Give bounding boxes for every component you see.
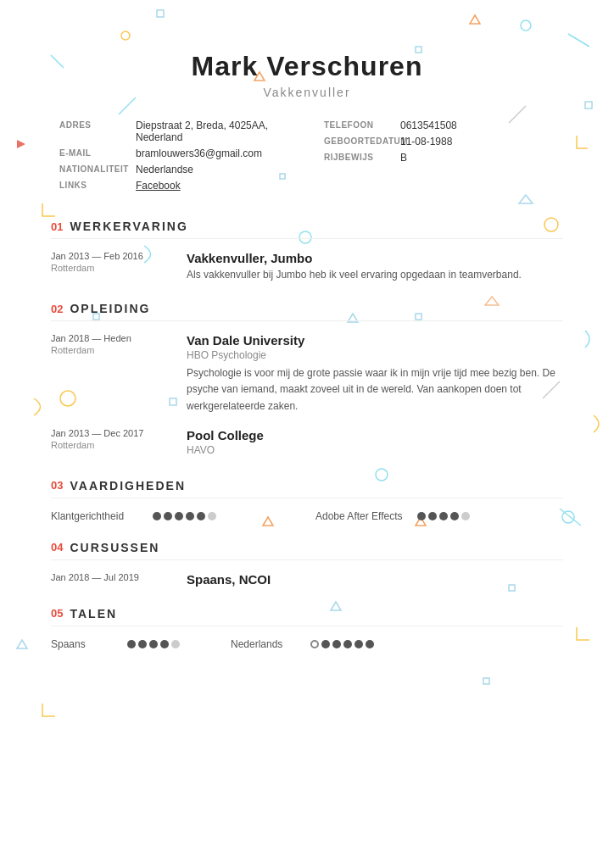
entry-title-spaans: Spaans, NCOI bbox=[187, 572, 563, 587]
contact-adres: ADRES Diepstraat 2, Breda, 4025AA, Neder… bbox=[59, 120, 290, 143]
skill-name-ae: Adobe After Effects bbox=[315, 510, 409, 522]
svg-point-23 bbox=[562, 511, 574, 523]
entry-date-vandale: Jan 2018 — Heden bbox=[51, 333, 173, 343]
svg-rect-10 bbox=[585, 102, 592, 108]
section-header-vaardigheden: 03 VAARDIGHEDEN bbox=[51, 479, 563, 498]
entry-subtitle-vandale: HBO Psychologie bbox=[187, 349, 563, 361]
dot bbox=[417, 512, 426, 520]
value-telefoon: 0613541508 bbox=[400, 120, 457, 131]
talen-dots-spaans bbox=[127, 640, 180, 648]
dot-empty bbox=[310, 640, 319, 648]
talen-dots-nl bbox=[310, 640, 374, 648]
dot bbox=[332, 640, 341, 648]
skill-dots-ae bbox=[417, 512, 470, 520]
value-geboortedatum: 11-08-1988 bbox=[400, 136, 452, 147]
entry-date-left-spaans: Jan 2018 — Jul 2019 bbox=[51, 572, 187, 588]
section-header-werkervaring: 01 WERKERVARING bbox=[51, 220, 563, 239]
section-header-cursussen: 04 CURSUSSEN bbox=[51, 541, 563, 560]
section-number-04: 04 bbox=[51, 541, 63, 554]
talen-name-nl: Nederlands bbox=[231, 638, 299, 650]
entry-poolcollege: Jan 2013 — Dec 2017 Rotterdam Pool Colle… bbox=[51, 428, 563, 460]
dot-empty bbox=[171, 640, 180, 648]
dot-empty bbox=[208, 512, 216, 520]
label-links: LINKS bbox=[59, 180, 136, 190]
contact-section: ADRES Diepstraat 2, Breda, 4025AA, Neder… bbox=[51, 120, 563, 196]
section-vaardigheden: 03 VAARDIGHEDEN Klantgerichtheid bbox=[51, 479, 563, 522]
svg-marker-4 bbox=[470, 15, 480, 24]
entry-title-jumbo: Vakkenvuller, Jumbo bbox=[187, 251, 563, 265]
contact-rijbewijs: RIJBEWIJS B bbox=[324, 152, 555, 164]
dot bbox=[175, 512, 183, 520]
section-number-05: 05 bbox=[51, 607, 63, 620]
value-nationaliteit: Nederlandse bbox=[136, 164, 193, 175]
label-geboortedatum: GEBOORTEDATUM bbox=[324, 136, 400, 146]
talen-name-spaans: Spaans bbox=[51, 638, 119, 650]
entry-desc-jumbo: Als vakkenvuller bij Jumbo heb ik veel e… bbox=[187, 267, 563, 283]
section-title-vaardigheden: VAARDIGHEDEN bbox=[70, 479, 186, 492]
section-number-03: 03 bbox=[51, 479, 63, 492]
section-cursussen: 04 CURSUSSEN Jan 2018 — Jul 2019 Spaans,… bbox=[51, 541, 563, 588]
section-header-opleiding: 02 OPLEIDING bbox=[51, 302, 563, 321]
section-number-02: 02 bbox=[51, 303, 63, 315]
label-nationaliteit: NATIONALITEIT bbox=[59, 164, 136, 174]
svg-line-6 bbox=[568, 34, 589, 47]
entry-date-pool: Jan 2013 — Dec 2017 bbox=[51, 428, 173, 438]
dot bbox=[160, 640, 169, 648]
skills-row: Klantgerichtheid Adobe After Effects bbox=[51, 510, 563, 522]
resume-header: Mark Verschuren Vakkenvuller bbox=[51, 51, 563, 99]
entry-content-spaans: Spaans, NCOI bbox=[187, 572, 563, 588]
dot bbox=[343, 640, 352, 648]
dot bbox=[450, 512, 459, 520]
section-talen: 05 TALEN Spaans Nederlands bbox=[51, 607, 563, 650]
dot-empty bbox=[461, 512, 470, 520]
entry-content-vandale: Van Dale University HBO Psychologie Psyc… bbox=[187, 333, 563, 415]
value-adres: Diepstraat 2, Breda, 4025AA, Nederland bbox=[136, 120, 290, 143]
entry-content-jumbo: Vakkenvuller, Jumbo Als vakkenvuller bij… bbox=[187, 251, 563, 283]
entry-date-jumbo: Jan 2013 — Feb 2016 bbox=[51, 251, 173, 261]
section-title-talen: TALEN bbox=[70, 607, 117, 620]
entry-jumbo: Jan 2013 — Feb 2016 Rotterdam Vakkenvull… bbox=[51, 251, 563, 283]
label-telefoon: TELEFOON bbox=[324, 120, 400, 130]
section-number-01: 01 bbox=[51, 220, 63, 233]
talen-spaans: Spaans bbox=[51, 638, 180, 650]
contact-telefoon: TELEFOON 0613541508 bbox=[324, 120, 555, 131]
entry-vandale: Jan 2018 — Heden Rotterdam Van Dale Univ… bbox=[51, 333, 563, 415]
label-adres: ADRES bbox=[59, 120, 136, 130]
svg-point-3 bbox=[521, 20, 531, 31]
person-name: Mark Verschuren bbox=[51, 51, 563, 82]
entry-title-vandale: Van Dale University bbox=[187, 333, 563, 348]
entry-title-pool: Pool College bbox=[187, 428, 563, 442]
contact-nationaliteit: NATIONALITEIT Nederlandse bbox=[59, 164, 290, 175]
entry-location-pool: Rotterdam bbox=[51, 440, 173, 450]
value-email: bramlouwers36@gmail.com bbox=[136, 147, 262, 159]
talen-nederlands: Nederlands bbox=[231, 638, 374, 650]
svg-rect-0 bbox=[157, 10, 164, 17]
entry-location-vandale: Rotterdam bbox=[51, 345, 173, 355]
section-title-werkervaring: WERKERVARING bbox=[70, 220, 187, 233]
section-title-cursussen: CURSUSSEN bbox=[70, 541, 159, 554]
dot bbox=[164, 512, 172, 520]
entry-desc-vandale: Psychologie is voor mij de grote passie … bbox=[187, 365, 563, 415]
entry-date-spaans: Jan 2018 — Jul 2019 bbox=[51, 572, 173, 582]
section-opleiding: 02 OPLEIDING Jan 2018 — Heden Rotterdam … bbox=[51, 302, 563, 460]
dot bbox=[138, 640, 147, 648]
dot bbox=[439, 512, 448, 520]
dot bbox=[321, 640, 330, 648]
dot bbox=[428, 512, 437, 520]
label-email: E-MAIL bbox=[59, 147, 136, 158]
contact-email: E-MAIL bramlouwers36@gmail.com bbox=[59, 147, 290, 159]
talen-row: Spaans Nederlands bbox=[51, 638, 563, 650]
contact-geboortedatum: GEBOORTEDATUM 11-08-1988 bbox=[324, 136, 555, 147]
section-header-talen: 05 TALEN bbox=[51, 607, 563, 626]
entry-subtitle-pool: HAVO bbox=[187, 444, 563, 456]
value-links[interactable]: Facebook bbox=[136, 180, 181, 192]
section-werkervaring: 01 WERKERVARING Jan 2013 — Feb 2016 Rott… bbox=[51, 220, 563, 283]
contact-links: LINKS Facebook bbox=[59, 180, 290, 192]
skill-name-klant: Klantgerichtheid bbox=[51, 510, 144, 522]
label-rijbewijs: RIJBEWIJS bbox=[324, 152, 400, 162]
entry-spaans: Jan 2018 — Jul 2019 Spaans, NCOI bbox=[51, 572, 563, 588]
section-title-opleiding: OPLEIDING bbox=[70, 302, 150, 315]
svg-rect-27 bbox=[483, 678, 489, 684]
dot bbox=[186, 512, 194, 520]
dot bbox=[366, 640, 374, 648]
